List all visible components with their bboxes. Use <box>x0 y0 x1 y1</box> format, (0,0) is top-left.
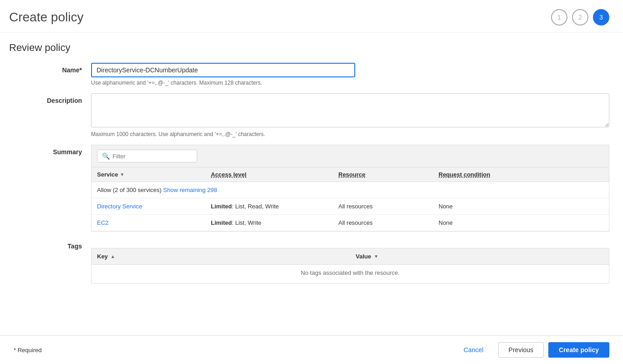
step-3[interactable]: 3 <box>593 9 609 25</box>
resource-ec2: All resources <box>338 219 439 226</box>
service-directory[interactable]: Directory Service <box>97 203 211 210</box>
description-hint: Maximum 1000 characters. Use alphanumeri… <box>91 131 609 137</box>
section-title: Review policy <box>9 42 609 54</box>
allow-row: Allow (2 of 300 services) Show remaining… <box>92 182 609 198</box>
sort-icon: ▼ <box>120 172 124 177</box>
access-level-ec2: Limited: List, Write <box>211 219 338 226</box>
filter-bar: 🔍 <box>92 145 609 167</box>
col-service[interactable]: Service ▼ <box>97 171 211 178</box>
key-col-header[interactable]: Key ▲ <box>92 248 350 264</box>
table-header: Service ▼ Access level Resource Request … <box>92 167 609 182</box>
summary-row: Summary 🔍 Service ▼ Access <box>9 145 609 232</box>
summary-section: 🔍 Service ▼ Access level Resource <box>91 145 609 232</box>
step-indicators: 1 2 3 <box>551 9 609 25</box>
tags-row: Tags Key ▲ Value ▼ No tags associated wi… <box>9 239 609 283</box>
condition-ec2: None <box>439 219 603 226</box>
footer-actions: Cancel Previous Create policy <box>454 342 609 358</box>
required-label: * Required <box>14 347 41 354</box>
tags-field: Key ▲ Value ▼ No tags associated with th… <box>91 239 609 283</box>
name-hint: Use alphanumeric and '+=,.@-_' character… <box>91 80 609 86</box>
resource-directory: All resources <box>338 203 439 210</box>
previous-button[interactable]: Previous <box>498 342 544 358</box>
main-content: Review policy Name* Use alphanumeric and… <box>0 33 623 336</box>
page-header: Create policy 1 2 3 <box>0 0 623 33</box>
search-icon: 🔍 <box>102 152 110 160</box>
tags-header: Key ▲ Value ▼ <box>92 248 609 265</box>
summary-label: Summary <box>9 145 91 232</box>
tags-section: Key ▲ Value ▼ No tags associated with th… <box>91 248 609 283</box>
value-sort-icon: ▼ <box>374 254 378 259</box>
col-access-level[interactable]: Access level <box>211 171 338 178</box>
service-ec2[interactable]: EC2 <box>97 219 211 226</box>
description-label: Description <box>9 93 91 137</box>
condition-directory: None <box>439 203 603 210</box>
tags-empty: No tags associated with the resource. <box>92 265 609 283</box>
access-level-directory: Limited: List, Read, Write <box>211 203 338 210</box>
name-field: Use alphanumeric and '+=,.@-_' character… <box>91 63 609 86</box>
filter-input[interactable] <box>112 153 192 160</box>
table-row: Directory Service Limited: List, Read, W… <box>92 198 609 215</box>
step-2[interactable]: 2 <box>572 9 588 25</box>
description-row: Description Maximum 1000 characters. Use… <box>9 93 609 137</box>
value-col-header[interactable]: Value ▼ <box>350 248 609 264</box>
description-field: Maximum 1000 characters. Use alphanumeri… <box>91 93 609 137</box>
filter-input-wrap: 🔍 <box>97 150 197 162</box>
show-remaining-link[interactable]: Show remaining 298 <box>163 187 217 193</box>
name-label: Name* <box>9 63 91 86</box>
step-1[interactable]: 1 <box>551 9 567 25</box>
description-input[interactable] <box>91 93 609 127</box>
tags-label: Tags <box>9 239 91 283</box>
cancel-button[interactable]: Cancel <box>454 343 494 357</box>
name-input[interactable] <box>91 63 355 77</box>
table-row: EC2 Limited: List, Write All resources N… <box>92 215 609 231</box>
col-resource[interactable]: Resource <box>338 171 439 178</box>
page-title: Create policy <box>9 10 83 25</box>
name-row: Name* Use alphanumeric and '+=,.@-_' cha… <box>9 63 609 86</box>
summary-field: 🔍 Service ▼ Access level Resource <box>91 145 609 232</box>
create-policy-button[interactable]: Create policy <box>548 342 609 358</box>
footer-bar: * Required Cancel Previous Create policy <box>0 335 623 364</box>
col-request-condition[interactable]: Request condition <box>439 171 603 178</box>
key-sort-icon: ▲ <box>111 254 115 259</box>
